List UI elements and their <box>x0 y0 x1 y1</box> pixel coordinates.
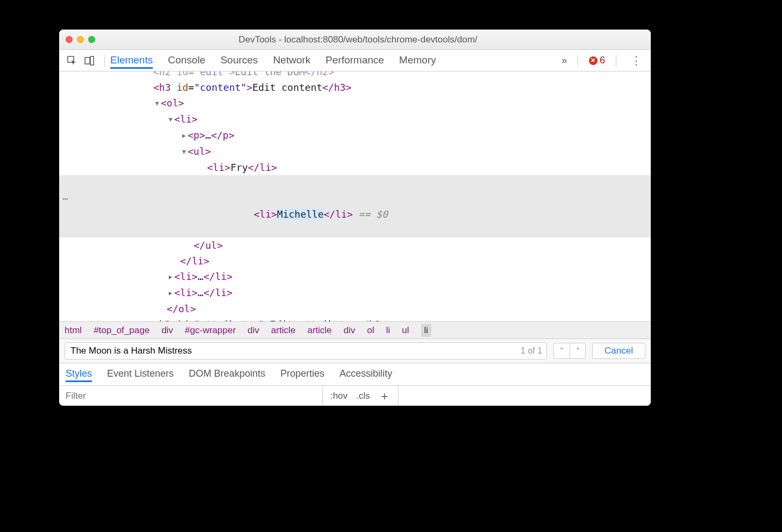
maximize-window-button[interactable] <box>88 36 95 43</box>
close-window-button[interactable] <box>66 36 73 43</box>
search-next-button[interactable]: ˅ <box>570 343 586 359</box>
search-match-count: 1 of 1 <box>521 346 542 356</box>
styles-tabs: Styles Event Listeners DOM Breakpoints P… <box>59 363 651 385</box>
breadcrumb-item[interactable]: html <box>65 325 82 336</box>
styles-filter-input[interactable] <box>65 390 317 402</box>
tab-network[interactable]: Network <box>273 54 311 67</box>
more-tabs-icon[interactable]: » <box>561 55 567 66</box>
expand-toggle-icon[interactable] <box>167 269 174 285</box>
expand-toggle-icon[interactable] <box>153 95 161 111</box>
tab-memory[interactable]: Memory <box>399 54 436 67</box>
breadcrumb-item[interactable]: li <box>386 325 390 336</box>
cancel-button[interactable]: Cancel <box>592 343 645 359</box>
error-icon: ✕ <box>589 56 598 65</box>
device-toolbar-icon[interactable] <box>82 53 97 68</box>
tab-properties[interactable]: Properties <box>280 368 324 380</box>
svg-rect-2 <box>90 56 94 65</box>
dom-node-selected[interactable]: ⋯ <li>Michelle</li> == $0 <box>59 175 651 238</box>
expand-toggle-icon[interactable] <box>167 111 174 127</box>
inspect-element-icon[interactable] <box>65 53 80 68</box>
breadcrumb-item[interactable]: article <box>271 325 295 336</box>
styles-filter-row: :hov .cls ＋ <box>59 385 651 406</box>
dom-node[interactable]: </ol> <box>59 301 651 317</box>
minimize-window-button[interactable] <box>77 36 84 43</box>
selected-text[interactable]: Michelle <box>277 209 324 220</box>
dom-node[interactable]: <ul> <box>59 143 651 160</box>
tab-elements[interactable]: Elements <box>110 54 153 69</box>
breadcrumb-item[interactable]: div <box>247 325 259 336</box>
hov-toggle[interactable]: :hov <box>330 391 347 401</box>
dom-node[interactable]: <h3 id="content">Edit content</h3> <box>59 80 651 95</box>
breadcrumb-item[interactable]: article <box>307 325 331 336</box>
devtools-tabs: Elements Console Sources Network Perform… <box>110 50 436 71</box>
expand-toggle-icon[interactable] <box>167 285 174 301</box>
chevron-up-icon: ˄ <box>560 347 564 355</box>
breadcrumb-item[interactable]: div <box>344 325 356 336</box>
tab-styles[interactable]: Styles <box>66 368 92 382</box>
add-rule-icon[interactable]: ＋ <box>379 388 390 404</box>
dom-node[interactable]: <p>…</p> <box>59 127 651 143</box>
row-handle-icon[interactable]: ⋯ <box>62 191 68 206</box>
dom-node[interactable]: </li> <box>59 253 651 269</box>
breadcrumb-item[interactable]: #gc-wrapper <box>185 325 236 336</box>
dom-node[interactable]: <li>…</li> <box>59 285 651 301</box>
error-count-badge[interactable]: ✕ 6 <box>589 55 605 66</box>
window-controls <box>66 36 95 43</box>
search-bar: 1 of 1 ˄ ˅ Cancel <box>59 339 651 363</box>
dom-node[interactable]: <li> <box>59 111 651 127</box>
tab-event-listeners[interactable]: Event Listeners <box>107 368 174 380</box>
cls-toggle[interactable]: .cls <box>356 391 370 401</box>
devtools-toolbar: Elements Console Sources Network Perform… <box>59 50 651 71</box>
breadcrumb-item[interactable]: ul <box>402 325 409 336</box>
search-box: 1 of 1 <box>65 342 547 360</box>
dom-node[interactable]: <h3 id="attributes">Edit attributes</h3> <box>59 317 651 321</box>
dom-node[interactable]: <h2 id="edit">Edit the DOM</h2> <box>59 71 651 80</box>
expand-toggle-icon[interactable] <box>180 127 188 143</box>
tab-dom-breakpoints[interactable]: DOM Breakpoints <box>189 368 265 380</box>
breadcrumb-item[interactable]: div <box>161 325 173 336</box>
breadcrumb-item[interactable]: #top_of_page <box>94 325 150 336</box>
tab-console[interactable]: Console <box>168 54 205 67</box>
expand-toggle-icon[interactable] <box>180 143 188 160</box>
settings-menu-icon[interactable]: ⋮ <box>627 54 645 68</box>
svg-rect-1 <box>85 57 90 64</box>
titlebar: DevTools - localhost:8080/web/tools/chro… <box>59 30 651 50</box>
tab-sources[interactable]: Sources <box>221 54 258 67</box>
dom-node[interactable]: </ul> <box>59 238 651 253</box>
devtools-window: DevTools - localhost:8080/web/tools/chro… <box>59 30 651 406</box>
chevron-down-icon: ˅ <box>576 347 580 355</box>
error-count: 6 <box>600 55 605 66</box>
search-input[interactable] <box>69 345 521 357</box>
search-prev-button[interactable]: ˄ <box>553 343 570 359</box>
dom-node[interactable]: <ol> <box>59 95 651 111</box>
tab-performance[interactable]: Performance <box>325 54 384 67</box>
dom-node[interactable]: <li>Fry</li> <box>59 160 651 175</box>
breadcrumb-item-current[interactable]: li <box>421 324 432 337</box>
breadcrumb-item[interactable]: ol <box>367 325 374 336</box>
breadcrumb: html #top_of_page div #gc-wrapper div ar… <box>59 321 651 339</box>
tab-accessibility[interactable]: Accessibility <box>339 368 392 380</box>
elements-panel[interactable]: <h2 id="edit">Edit the DOM</h2> <h3 id="… <box>59 71 651 321</box>
window-title: DevTools - localhost:8080/web/tools/chro… <box>104 34 612 45</box>
dom-node[interactable]: <li>…</li> <box>59 269 651 285</box>
